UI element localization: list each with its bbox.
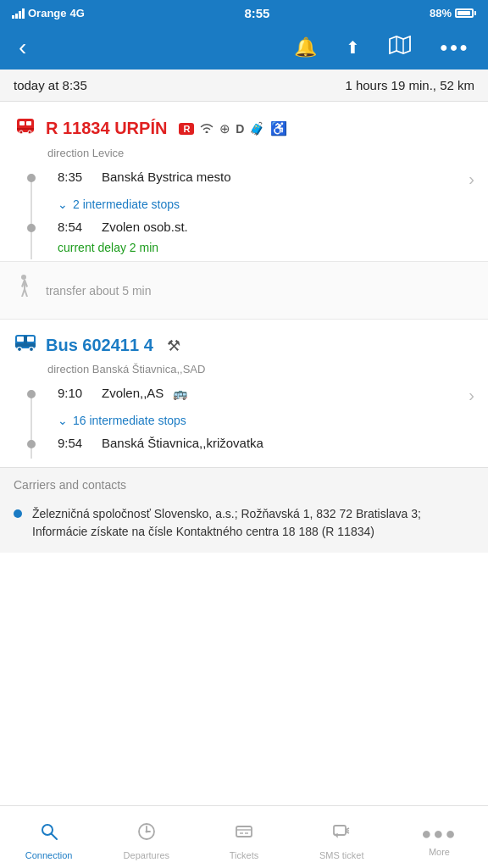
wifi-icon xyxy=(199,121,214,136)
train-stop-1-name: Banská Bystrica mesto xyxy=(102,170,469,184)
back-button[interactable]: ‹ xyxy=(12,31,33,64)
nav-tickets-label: Tickets xyxy=(230,850,258,860)
nav-connection-label: Connection xyxy=(25,850,73,860)
carriers-header: Carriers and contacts xyxy=(0,467,488,498)
search-icon xyxy=(39,821,59,847)
train-timeline: 8:35 Banská Bystrica mesto › ⌄ 2 interme… xyxy=(27,166,474,261)
status-bar: Orange 4G 8:55 88% xyxy=(0,0,488,25)
signal-area: Orange 4G xyxy=(12,7,85,19)
nav-departures-label: Departures xyxy=(124,850,169,860)
sms-ticket-icon xyxy=(331,821,352,847)
network-label: 4G xyxy=(70,7,85,19)
svg-rect-28 xyxy=(334,826,346,835)
svg-rect-13 xyxy=(27,337,34,342)
battery-area: 88% xyxy=(430,7,476,19)
d-badge: D xyxy=(236,122,244,136)
bus-stop-2-time: 9:54 xyxy=(58,436,93,450)
train-delay: current delay 2 min xyxy=(58,237,474,261)
svg-rect-12 xyxy=(17,337,24,342)
train-direction: direction Levice xyxy=(47,147,474,159)
transfer-text: transfer about 5 min xyxy=(46,284,152,298)
r-badge: R xyxy=(179,123,194,135)
train-stop-2: 8:54 Zvolen osob.st. xyxy=(27,216,474,237)
bus-route-name: Bus 602411 4 xyxy=(46,336,153,355)
svg-rect-17 xyxy=(24,336,27,346)
bus-stop-1: 9:10 Zvolen,,AS 🚌 › xyxy=(27,382,474,409)
trip-duration: 1 hours 19 min., 52 km xyxy=(345,78,474,92)
wheelchair-icon: ♿ xyxy=(270,120,287,136)
svg-point-9 xyxy=(28,131,31,134)
bus-icon xyxy=(14,331,37,359)
map-icon[interactable] xyxy=(382,32,418,63)
carriers-section: Carriers and contacts Železničná spoločn… xyxy=(0,467,488,553)
nav-connection[interactable]: Connection xyxy=(0,806,97,868)
train-stop-1-chevron[interactable]: › xyxy=(469,170,474,189)
svg-rect-4 xyxy=(26,121,31,125)
notification-icon[interactable]: 🔔 xyxy=(287,33,324,62)
transfer-section: transfer about 5 min xyxy=(0,261,488,320)
bus-stop-icon: 🚌 xyxy=(173,387,187,400)
intermediate-count-train: 2 intermediate stops xyxy=(73,198,180,211)
svg-point-10 xyxy=(21,275,26,280)
trip-date: today at 8:35 xyxy=(14,78,87,92)
svg-point-15 xyxy=(18,348,22,352)
train-stop-1: 8:35 Banská Bystrica mesto › xyxy=(27,166,474,192)
walk-icon xyxy=(14,274,34,307)
train-segment: R 11834 URPÍN R ⊕ D 🧳 ♿ direction Levice xyxy=(0,102,488,261)
svg-line-19 xyxy=(51,833,57,839)
nav-sms-label: SMS ticket xyxy=(319,850,364,860)
intermediate-stops-train[interactable]: ⌄ 2 intermediate stops xyxy=(27,192,474,216)
nav-sms-ticket[interactable]: SMS ticket xyxy=(293,806,391,868)
luggage-icon: 🧳 xyxy=(249,121,265,136)
bus-stop-1-chevron[interactable]: › xyxy=(469,386,474,405)
train-badges: R ⊕ D 🧳 ♿ xyxy=(179,120,287,136)
bus-stop-2-name: Banská Štiavnica,,križovatka xyxy=(102,436,474,450)
train-icon xyxy=(14,114,37,143)
more-icon[interactable]: ●●● xyxy=(433,36,476,58)
chevron-down-bus-icon: ⌄ xyxy=(58,414,68,427)
tickets-icon xyxy=(234,821,254,847)
train-stop-1-time: 8:35 xyxy=(58,170,93,184)
share-icon[interactable]: ⬆ xyxy=(339,34,367,61)
bus-stop-1-time: 9:10 xyxy=(58,386,93,400)
battery-icon xyxy=(455,8,476,18)
bottom-navigation: Connection Departures Tickets xyxy=(0,805,488,868)
nav-more-label: More xyxy=(429,847,450,857)
bus-stop-1-name: Zvolen,,AS 🚌 xyxy=(102,386,469,400)
tools-icon: ⚒ xyxy=(167,337,180,355)
more-dots-icon: ●●● xyxy=(421,824,457,843)
bus-timeline: 9:10 Zvolen,,AS 🚌 › ⌄ 16 intermediate st… xyxy=(27,382,474,453)
bus-direction: direction Banská Štiavnica,,SAD xyxy=(47,363,474,376)
bus-segment: Bus 602411 4 ⚒ direction Banská Štiavnic… xyxy=(0,320,488,453)
svg-point-8 xyxy=(19,131,23,134)
svg-rect-24 xyxy=(236,826,252,837)
svg-point-16 xyxy=(30,348,34,352)
svg-rect-7 xyxy=(17,128,34,130)
restaurant-icon: ⊕ xyxy=(219,121,230,136)
bus-stop-2: 9:54 Banská Štiavnica,,križovatka xyxy=(27,432,474,453)
carrier-dot xyxy=(14,509,22,518)
signal-bars xyxy=(12,7,25,19)
bus-header: Bus 602411 4 ⚒ xyxy=(14,331,474,359)
carrier-label: Orange xyxy=(28,7,67,19)
carrier-item-0: Železničná spoločnosť Slovensko, a.s.; R… xyxy=(0,498,488,553)
departures-icon xyxy=(136,821,157,847)
intermediate-stops-bus[interactable]: ⌄ 16 intermediate stops xyxy=(27,409,474,432)
battery-percent: 88% xyxy=(430,7,452,19)
nav-more[interactable]: ●●● More xyxy=(391,806,488,868)
train-stop-2-name: Zvolen osob.st. xyxy=(102,220,474,234)
trip-info-bar: today at 8:35 1 hours 19 min., 52 km xyxy=(0,70,488,102)
intermediate-count-bus: 16 intermediate stops xyxy=(73,414,186,427)
train-header: R 11834 URPÍN R ⊕ D 🧳 ♿ xyxy=(14,114,474,143)
app-header: ‹ 🔔 ⬆ ●●● xyxy=(0,25,488,70)
carrier-text-0: Železničná spoločnosť Slovensko, a.s.; R… xyxy=(32,505,474,541)
nav-tickets[interactable]: Tickets xyxy=(195,806,292,868)
train-route-name: R 11834 URPÍN xyxy=(46,119,167,138)
nav-departures[interactable]: Departures xyxy=(97,806,195,868)
train-stop-2-time: 8:54 xyxy=(58,220,93,234)
status-time: 8:55 xyxy=(244,6,269,20)
svg-rect-3 xyxy=(19,121,25,125)
chevron-down-icon: ⌄ xyxy=(58,198,68,211)
